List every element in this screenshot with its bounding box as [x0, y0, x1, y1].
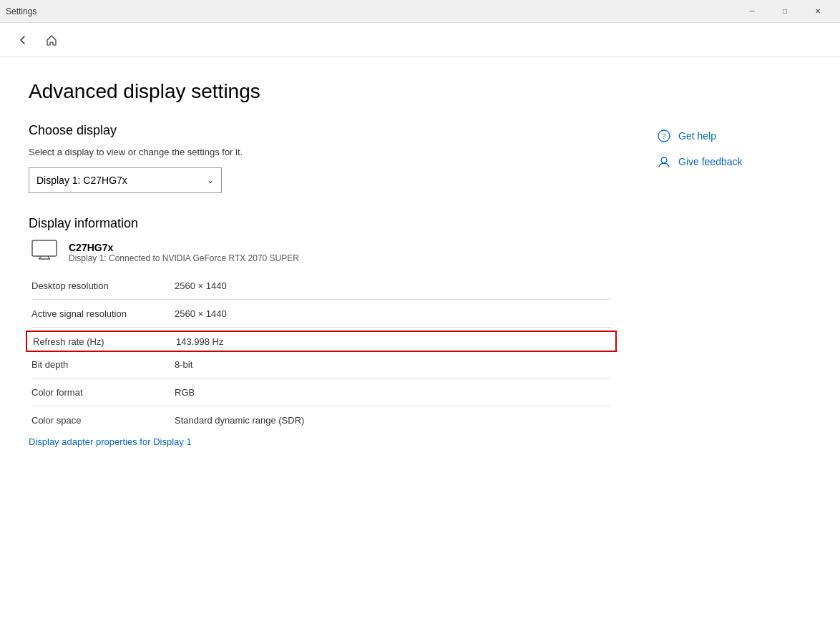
minimize-button[interactable]: ─ [736, 0, 768, 23]
adapter-properties-link[interactable]: Display adapter properties for Display 1 [29, 436, 192, 447]
give-feedback-label: Give feedback [678, 156, 743, 167]
titlebar: Settings ─ □ ✕ [0, 0, 840, 23]
info-label: Color space [31, 415, 175, 426]
device-name: C27HG7x [69, 242, 299, 253]
dropdown-container: Display 1: C27HG7x ⌄ [29, 167, 611, 193]
chevron-down-icon: ⌄ [207, 175, 214, 185]
home-icon [45, 34, 58, 47]
back-button[interactable] [11, 29, 34, 52]
info-value: RGB [175, 387, 195, 398]
row-divider [31, 327, 611, 328]
info-label: Active signal resolution [31, 308, 175, 319]
row-divider [31, 406, 611, 406]
device-info: C27HG7x Display 1: Connected to NVIDIA G… [69, 242, 299, 263]
info-table: Desktop resolution2560 × 1440Active sign… [31, 275, 611, 431]
svg-text:?: ? [663, 132, 666, 140]
nav-bar [0, 23, 840, 57]
titlebar-title: Settings [6, 6, 736, 16]
back-icon [17, 34, 29, 46]
svg-point-6 [661, 157, 667, 163]
titlebar-controls: ─ □ ✕ [736, 0, 834, 23]
info-label: Color format [31, 387, 175, 398]
info-row: Desktop resolution2560 × 1440 [31, 275, 611, 296]
device-sub: Display 1: Connected to NVIDIA GeForce R… [69, 253, 299, 263]
choose-display-subtext: Select a display to view or change the s… [29, 147, 611, 157]
display-dropdown[interactable]: Display 1: C27HG7x ⌄ [29, 167, 222, 193]
info-label: Desktop resolution [31, 280, 175, 291]
info-row: Bit depth8-bit [31, 353, 611, 375]
info-value: 2560 × 1440 [175, 308, 227, 319]
row-divider [31, 378, 611, 378]
give-feedback-link[interactable]: Give feedback [657, 155, 823, 169]
info-row: Color formatRGB [31, 381, 611, 403]
help-icon: ? [657, 129, 671, 143]
info-value: Standard dynamic range (SDR) [175, 415, 304, 426]
info-value: 8-bit [175, 359, 192, 370]
get-help-link[interactable]: ? Get help [657, 129, 823, 143]
row-divider [31, 299, 611, 300]
maximize-button[interactable]: □ [768, 0, 801, 23]
home-button[interactable] [40, 29, 63, 52]
content-wrapper: Advanced display settings Choose display… [0, 57, 840, 626]
feedback-icon [657, 155, 671, 169]
dropdown-value: Display 1: C27HG7x [36, 175, 127, 186]
choose-display-heading: Choose display [29, 123, 611, 138]
page-title: Advanced display settings [29, 80, 611, 103]
app-container: Advanced display settings Choose display… [0, 23, 840, 626]
monitor-icon [31, 240, 57, 265]
info-value: 143.998 Hz [176, 336, 224, 347]
info-row: Color spaceStandard dynamic range (SDR) [31, 409, 611, 431]
get-help-label: Get help [678, 130, 716, 142]
info-label: Bit depth [31, 359, 175, 370]
close-button[interactable]: ✕ [801, 0, 834, 23]
display-info-heading: Display information [29, 216, 611, 231]
display-device-row: C27HG7x Display 1: Connected to NVIDIA G… [29, 240, 611, 265]
info-label: Refresh rate (Hz) [33, 336, 176, 347]
right-sidebar: ? Get help Give feedback [640, 57, 840, 626]
info-row: Refresh rate (Hz)143.998 Hz [26, 331, 617, 352]
info-row: Active signal resolution2560 × 1440 [31, 303, 611, 324]
choose-display-section: Choose display Select a display to view … [29, 123, 611, 193]
info-value: 2560 × 1440 [175, 280, 227, 291]
main-content: Advanced display settings Choose display… [0, 57, 640, 626]
display-info-section: Display information C27HG7x Display 1: [29, 216, 611, 447]
svg-rect-0 [32, 240, 57, 256]
